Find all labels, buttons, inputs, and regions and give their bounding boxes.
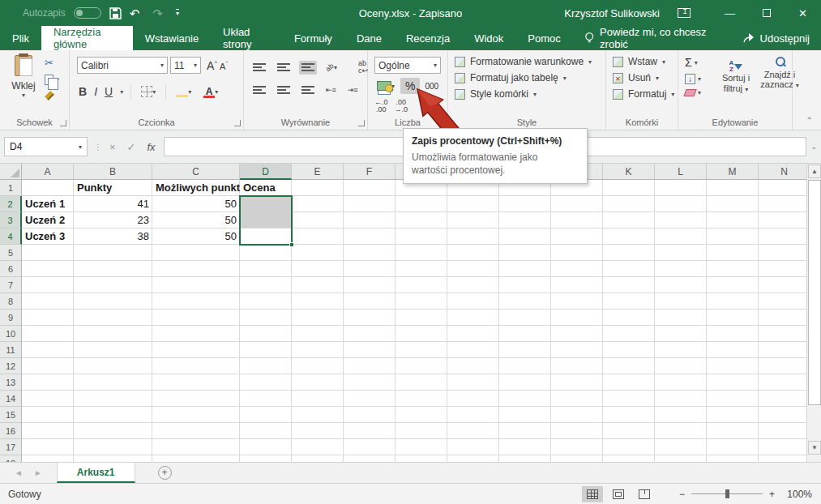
underline-button[interactable]: U — [105, 85, 113, 98]
cell-styles-button[interactable]: Style komórki▾ — [455, 88, 592, 100]
clear-button[interactable]: ▾ — [685, 89, 701, 96]
paste-dropdown-icon[interactable]: ▾ — [22, 92, 25, 99]
cell-C1[interactable]: Możliwych punkt — [152, 180, 240, 196]
zoom-in-button[interactable]: + — [769, 489, 775, 500]
top-align-button[interactable] — [250, 61, 268, 75]
cell-B1[interactable]: Punkty — [74, 180, 152, 196]
ribbon-tab-wstawianie[interactable]: Wstawianie — [133, 26, 211, 50]
ribbon-tab-recenzja[interactable]: Recenzja — [394, 26, 462, 50]
cell-B3[interactable]: 23 — [74, 212, 152, 229]
column-header-N[interactable]: N — [759, 164, 806, 180]
underline-dropdown-icon[interactable]: ▾ — [120, 88, 123, 96]
format-cells-button[interactable]: Formatuj▾ — [613, 88, 674, 100]
cut-button[interactable]: ✂ — [45, 57, 53, 69]
row-header-6[interactable]: 6 — [0, 261, 22, 277]
delete-cells-button[interactable]: Usuń▾ — [613, 72, 674, 83]
customize-qat-button[interactable]: ▾ — [176, 9, 179, 17]
column-header-C[interactable]: C — [152, 164, 240, 180]
row-header-4[interactable]: 4 — [0, 229, 22, 245]
fill-handle[interactable] — [289, 242, 294, 247]
font-color-button[interactable]: A▾ — [201, 83, 220, 100]
page-break-view-button[interactable] — [634, 486, 655, 502]
fill-button[interactable]: ↓▾ — [685, 74, 701, 84]
row-header-14[interactable]: 14 — [0, 391, 22, 407]
zoom-slider-thumb[interactable] — [725, 489, 729, 498]
user-name[interactable]: Krzysztof Sulikowski — [564, 7, 660, 19]
cell-C4[interactable]: 50 — [152, 229, 240, 245]
decrease-decimal-button[interactable]: .00→.0 — [395, 99, 408, 114]
insert-function-button[interactable]: fx — [148, 141, 156, 153]
column-header-B[interactable]: B — [74, 164, 152, 180]
new-sheet-button[interactable]: + — [158, 466, 172, 480]
minimize-button[interactable]: — — [712, 0, 748, 26]
format-as-table-button[interactable]: Formatuj jako tabelę▾ — [455, 72, 592, 83]
middle-align-button[interactable] — [275, 61, 293, 75]
autosum-button[interactable]: Σ▾ — [685, 56, 701, 69]
vertical-scrollbar[interactable]: ▲ ▼ — [806, 164, 821, 462]
clipboard-dialog-launcher[interactable] — [60, 120, 66, 126]
align-left-button[interactable] — [250, 83, 268, 97]
redo-button[interactable]: ↷▾ — [152, 7, 168, 19]
row-header-13[interactable]: 13 — [0, 374, 22, 391]
column-header-M[interactable]: M — [707, 164, 759, 180]
row-header-18[interactable]: 18 — [0, 455, 22, 462]
sort-filter-button[interactable]: AZ Sortuj i filtruj ▾ — [715, 57, 757, 93]
column-header-E[interactable]: E — [292, 164, 344, 180]
row-header-16[interactable]: 16 — [0, 423, 22, 439]
shrink-font-button[interactable]: Aˇ — [220, 60, 228, 71]
cell-B4[interactable]: 38 — [74, 229, 152, 245]
align-right-button[interactable] — [299, 83, 317, 97]
decrease-indent-button[interactable]: ⇤≡ — [323, 84, 339, 96]
cell-A4[interactable]: Uczeń 3 — [22, 229, 74, 245]
ribbon-tab-plik[interactable]: Plik — [0, 26, 41, 50]
autosave-toggle[interactable] — [74, 7, 101, 19]
ribbon-tab-narzędzia-główne[interactable]: Narzędzia główne — [41, 26, 133, 50]
borders-button[interactable]: ▾ — [139, 83, 158, 100]
name-box[interactable]: D4▾ — [4, 137, 88, 156]
save-button[interactable] — [109, 7, 122, 19]
font-dialog-launcher[interactable] — [234, 120, 241, 126]
sheet-nav-right-icon[interactable]: ► — [34, 468, 42, 477]
cell-C2[interactable]: 50 — [152, 196, 240, 212]
grow-font-button[interactable]: A^ — [207, 59, 217, 72]
column-header-D[interactable]: D — [240, 164, 292, 180]
italic-button[interactable]: I — [94, 85, 97, 98]
comma-style-button[interactable]: 000 — [423, 79, 440, 93]
find-select-button[interactable]: Znajdź i zaznacz ▾ — [759, 57, 801, 93]
page-layout-view-button[interactable] — [608, 486, 629, 502]
row-header-8[interactable]: 8 — [0, 293, 22, 310]
scroll-down-arrow[interactable]: ▼ — [808, 441, 821, 455]
font-size-select[interactable]: 11▾ — [170, 57, 201, 74]
ribbon-tab-widok[interactable]: Widok — [462, 26, 515, 50]
ribbon-tab-pomoc[interactable]: Pomoc — [515, 26, 572, 50]
row-header-7[interactable]: 7 — [0, 277, 22, 293]
tell-me-box[interactable]: Powiedz mi, co chcesz zrobić — [573, 26, 742, 50]
ribbon-display-options-icon[interactable] — [678, 8, 691, 18]
insert-cells-button[interactable]: Wstaw▾ — [613, 56, 674, 67]
ribbon-tab-dane[interactable]: Dane — [344, 26, 394, 50]
maximize-button[interactable] — [748, 0, 785, 26]
enter-entry-button[interactable]: ✓ — [127, 141, 136, 153]
increase-indent-button[interactable]: ⇥≡ — [345, 84, 361, 96]
center-button[interactable] — [275, 83, 293, 97]
format-painter-icon[interactable] — [45, 91, 54, 100]
paste-button[interactable]: Wklej ▾ — [6, 55, 41, 113]
namebox-resize-handle[interactable]: ⋮ — [94, 143, 103, 152]
row-header-17[interactable]: 17 — [0, 439, 22, 455]
zoom-out-button[interactable]: − — [679, 489, 685, 500]
row-header-2[interactable]: 2 — [0, 196, 22, 212]
cancel-entry-button[interactable]: × — [109, 141, 116, 153]
bold-button[interactable]: B — [79, 85, 87, 98]
column-header-K[interactable]: K — [603, 164, 655, 180]
spreadsheet-grid[interactable]: ABCDEFGHIJKLMN12345678910111213141516171… — [0, 164, 806, 462]
row-header-10[interactable]: 10 — [0, 326, 22, 342]
orientation-button[interactable]: ab▾ — [323, 62, 340, 74]
row-header-9[interactable]: 9 — [0, 310, 22, 326]
accounting-format-button[interactable]: ▾ — [374, 79, 397, 93]
scroll-up-arrow[interactable]: ▲ — [808, 164, 821, 178]
undo-dropdown-icon[interactable]: ▾ — [141, 10, 144, 16]
vertical-scroll-thumb[interactable] — [808, 180, 821, 405]
sheet-tab-arkusz1[interactable]: Arkusz1 — [57, 463, 135, 483]
font-name-select[interactable]: Calibri▾ — [77, 57, 168, 74]
number-dialog-launcher[interactable] — [438, 120, 445, 126]
